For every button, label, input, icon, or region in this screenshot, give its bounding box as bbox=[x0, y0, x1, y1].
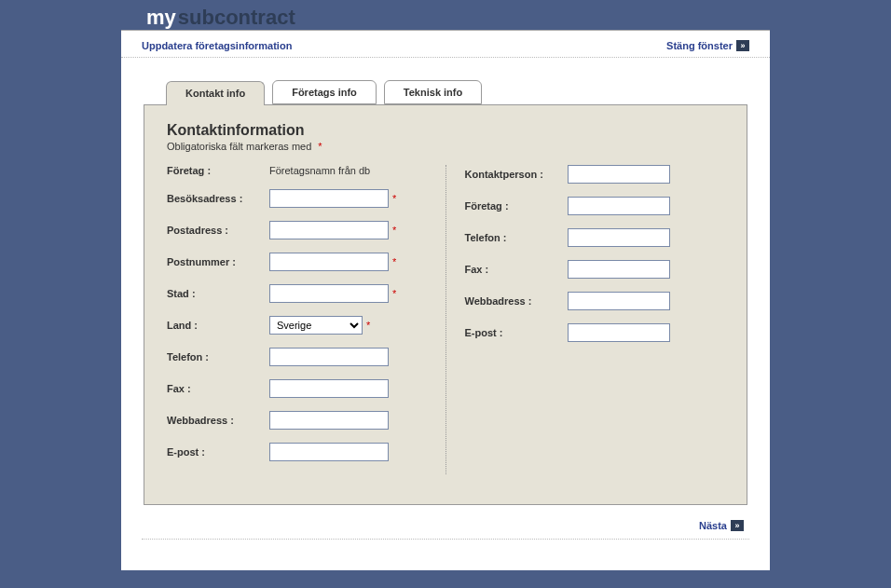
form-title: Kontaktinformation bbox=[167, 122, 724, 139]
row-country: Land : Sverige * bbox=[167, 316, 427, 335]
form-box: Kontaktinformation Obligatoriska fält ma… bbox=[144, 104, 747, 505]
form-subtitle-text: Obligatoriska fält markeras med bbox=[167, 141, 314, 152]
row-visit-address: Besöksadress : * bbox=[167, 189, 427, 208]
row-zip: Postnummer : * bbox=[167, 253, 427, 271]
next-label: Nästa bbox=[699, 520, 727, 531]
input-company-r[interactable] bbox=[568, 197, 670, 215]
close-window-label: Stäng fönster bbox=[666, 40, 733, 51]
label-email: E-post : bbox=[167, 446, 269, 458]
row-email-r: E-post : bbox=[465, 323, 725, 342]
right-column: Kontaktperson : Företag : Telefon : Fax … bbox=[446, 165, 725, 474]
required-asterisk-icon: * bbox=[392, 256, 396, 267]
input-phone-r[interactable] bbox=[568, 228, 670, 247]
label-web-r: Webbadress : bbox=[465, 295, 568, 307]
row-email: E-post : bbox=[167, 443, 427, 461]
input-fax[interactable] bbox=[269, 379, 389, 398]
label-city: Stad : bbox=[167, 288, 269, 299]
tab-kontakt-info[interactable]: Kontakt info bbox=[166, 81, 265, 105]
row-city: Stad : * bbox=[167, 284, 427, 303]
form-subtitle: Obligatoriska fält markeras med * bbox=[167, 141, 724, 152]
row-phone: Telefon : bbox=[167, 348, 427, 366]
label-zip: Postnummer : bbox=[167, 256, 269, 267]
label-post-address: Postadress : bbox=[167, 225, 269, 236]
row-phone-r: Telefon : bbox=[465, 228, 725, 247]
row-web-r: Webbadress : bbox=[465, 292, 725, 310]
page-title: Uppdatera företagsinformation bbox=[142, 40, 292, 51]
tab-label: Företags info bbox=[292, 87, 357, 98]
row-company-r: Företag : bbox=[465, 197, 725, 215]
value-company: Företagsnamn från db bbox=[269, 165, 370, 176]
input-zip[interactable] bbox=[269, 253, 389, 271]
form-columns: Företag : Företagsnamn från db Besöksadr… bbox=[167, 165, 724, 474]
label-company-r: Företag : bbox=[465, 200, 568, 212]
required-asterisk-icon: * bbox=[366, 320, 370, 331]
label-phone: Telefon : bbox=[167, 351, 269, 362]
label-contact-person: Kontaktperson : bbox=[465, 169, 568, 180]
input-visit-address[interactable] bbox=[269, 189, 389, 208]
label-company: Företag : bbox=[167, 165, 269, 176]
required-asterisk-icon: * bbox=[392, 193, 396, 204]
row-fax: Fax : bbox=[167, 379, 427, 398]
logo-prefix: my bbox=[144, 6, 178, 30]
next-arrow-icon: » bbox=[731, 520, 744, 531]
next-link[interactable]: Nästa » bbox=[699, 520, 744, 531]
left-column: Företag : Företagsnamn från db Besöksadr… bbox=[167, 165, 446, 474]
close-window-link[interactable]: Stäng fönster » bbox=[666, 40, 749, 51]
label-fax: Fax : bbox=[167, 383, 269, 394]
label-visit-address: Besöksadress : bbox=[167, 193, 269, 204]
footer-bar: Nästa » bbox=[121, 511, 770, 531]
label-fax-r: Fax : bbox=[465, 264, 568, 275]
row-company: Företag : Företagsnamn från db bbox=[167, 165, 427, 176]
label-phone-r: Telefon : bbox=[465, 232, 568, 243]
logo-bar: mysubcontract bbox=[0, 0, 891, 30]
tab-bar: Kontakt info Företags info Teknisk info bbox=[166, 80, 770, 104]
tab-teknisk-info[interactable]: Teknisk info bbox=[384, 80, 482, 104]
row-post-address: Postadress : * bbox=[167, 221, 427, 239]
tab-label: Teknisk info bbox=[404, 87, 462, 98]
required-asterisk-icon: * bbox=[318, 141, 322, 152]
row-fax-r: Fax : bbox=[465, 260, 725, 279]
app-logo: mysubcontract bbox=[144, 6, 295, 29]
input-email-r[interactable] bbox=[568, 323, 670, 342]
tab-foretags-info[interactable]: Företags info bbox=[272, 80, 377, 104]
footer-divider bbox=[142, 539, 749, 540]
required-asterisk-icon: * bbox=[392, 225, 396, 236]
input-web[interactable] bbox=[269, 411, 389, 430]
main-panel: Uppdatera företagsinformation Stäng föns… bbox=[121, 30, 770, 570]
input-fax-r[interactable] bbox=[568, 260, 670, 279]
row-web: Webbadress : bbox=[167, 411, 427, 430]
row-contact-person: Kontaktperson : bbox=[465, 165, 725, 184]
label-web: Webbadress : bbox=[167, 415, 269, 426]
input-web-r[interactable] bbox=[568, 292, 670, 310]
input-phone[interactable] bbox=[269, 348, 389, 366]
required-asterisk-icon: * bbox=[392, 288, 396, 299]
label-country: Land : bbox=[167, 320, 269, 331]
logo-suffix: subcontract bbox=[178, 6, 295, 29]
input-city[interactable] bbox=[269, 284, 389, 303]
input-post-address[interactable] bbox=[269, 221, 389, 239]
close-arrow-icon: » bbox=[736, 40, 749, 51]
tab-label: Kontakt info bbox=[185, 88, 245, 99]
input-email[interactable] bbox=[269, 443, 389, 461]
input-contact-person[interactable] bbox=[568, 165, 670, 184]
panel-header: Uppdatera företagsinformation Stäng föns… bbox=[121, 31, 770, 58]
label-email-r: E-post : bbox=[465, 327, 568, 338]
select-country[interactable]: Sverige bbox=[269, 316, 363, 335]
